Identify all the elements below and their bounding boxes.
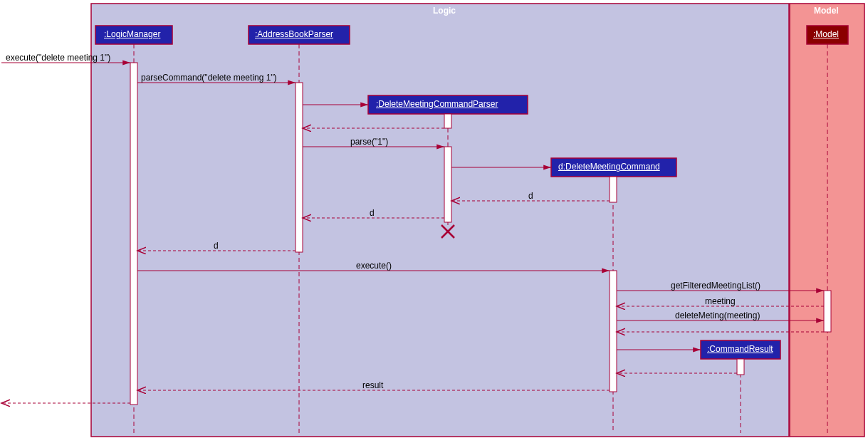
activation-model bbox=[824, 291, 831, 332]
frame-title-model: Model bbox=[814, 6, 839, 16]
msglabel-ret-meeting: meeting bbox=[705, 296, 736, 306]
frame-title-logic: Logic bbox=[433, 6, 456, 16]
msglabel-ret-d1: d bbox=[528, 191, 533, 201]
msglabel-ret-result: result bbox=[362, 380, 383, 390]
msglabel-deletemeeting: deleteMeting(meeting) bbox=[675, 311, 760, 320]
sequence-diagram bbox=[0, 0, 868, 443]
activation-deleteparser-2 bbox=[444, 147, 451, 222]
activation-addressbookparser bbox=[296, 83, 303, 252]
label-logicmanager: :LogicManager bbox=[104, 29, 160, 39]
msglabel-ret-d3: d bbox=[214, 241, 219, 251]
label-deletecommand: d:DeleteMeetingCommand bbox=[558, 162, 660, 172]
msglabel-execute-d: execute() bbox=[356, 261, 392, 271]
msglabel-execute-in: execute("delete meeting 1") bbox=[6, 53, 110, 63]
label-deleteparser: :DeleteMeetingCommandParser bbox=[376, 99, 498, 109]
msglabel-getfiltered: getFilteredMeetingList() bbox=[671, 281, 760, 291]
msglabel-ret-d2: d bbox=[370, 208, 375, 218]
label-commandresult: :CommandResult bbox=[707, 344, 773, 354]
label-addressbookparser: :AddressBookParser bbox=[255, 29, 333, 39]
msglabel-parsecommand: parseCommand("delete meeting 1") bbox=[141, 73, 277, 83]
activation-deleteparser-1 bbox=[444, 114, 451, 128]
activation-deletecommand-1 bbox=[610, 177, 617, 202]
activation-logicmanager bbox=[130, 63, 137, 405]
activation-commandresult bbox=[737, 359, 744, 375]
msglabel-parse: parse("1") bbox=[350, 137, 388, 147]
activation-deletecommand-2 bbox=[610, 271, 617, 392]
label-model: :Model bbox=[813, 29, 839, 39]
logic-frame bbox=[91, 4, 789, 437]
